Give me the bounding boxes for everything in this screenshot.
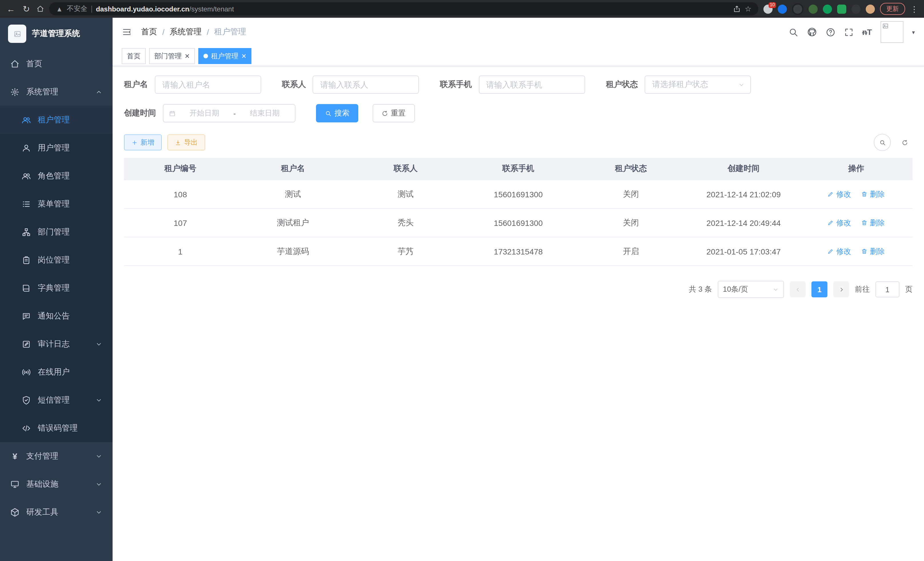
user-avatar[interactable]	[880, 21, 903, 43]
browser-home-icon[interactable]	[37, 5, 44, 13]
font-size-icon[interactable]: ᵰT	[862, 27, 872, 37]
sidebar-toggle-hamburger-icon[interactable]	[122, 27, 132, 37]
pagination: 共 3 条 10条/页 1 前往 页	[124, 281, 913, 298]
list-icon	[22, 199, 31, 208]
home-icon	[10, 59, 20, 68]
sidebar-item-menu-management[interactable]: 菜单管理	[0, 190, 112, 218]
sidebar-item-notice-announcement[interactable]: 通知公告	[0, 302, 112, 330]
pencil-icon	[828, 248, 834, 254]
share-icon[interactable]	[734, 5, 741, 13]
sidebar-item-sms-management[interactable]: 短信管理	[0, 386, 112, 414]
reset-button[interactable]: 重置	[373, 104, 415, 122]
browser-back-icon[interactable]: ←	[6, 4, 16, 14]
sidebar-item-infrastructure[interactable]: 基础设施	[0, 470, 112, 498]
contact-input[interactable]	[313, 75, 419, 94]
security-label: 不安全	[67, 4, 87, 14]
fullscreen-icon[interactable]	[844, 27, 854, 37]
page-size-select[interactable]: 10条/页	[718, 281, 784, 298]
delete-button[interactable]: 删除	[861, 218, 885, 228]
filter-phone: 联系手机	[440, 75, 585, 94]
extension-icon-1[interactable]: 10	[764, 4, 772, 14]
cell-contact: 秃头	[350, 208, 462, 237]
avatar-caret-icon[interactable]: ▾	[912, 29, 915, 35]
page-number-button[interactable]: 1	[812, 281, 827, 297]
address-bar[interactable]: ▲︎ 不安全 dashboard.yudao.iocoder.cn/system…	[49, 2, 758, 15]
app-logo[interactable]: 芋道管理系统	[0, 18, 112, 50]
bookmark-star-icon[interactable]: ☆	[745, 5, 752, 13]
refresh-table-button[interactable]	[897, 134, 913, 150]
cell-tenant-name: 测试	[237, 180, 349, 208]
breadcrumb-item[interactable]: 首页	[141, 27, 157, 37]
sidebar-item-label: 部门管理	[38, 227, 70, 237]
sidebar-item-home[interactable]: 首页	[0, 50, 112, 78]
sidebar-item-online-users[interactable]: 在线用户	[0, 358, 112, 386]
sidebar-item-error-code-management[interactable]: 错误码管理	[0, 414, 112, 442]
org-tree-icon	[22, 227, 31, 236]
field-label: 租户状态	[606, 80, 638, 90]
toggle-search-button[interactable]	[874, 134, 891, 151]
extension-icon-2[interactable]	[778, 4, 787, 14]
status-select[interactable]: 请选择租户状态	[645, 75, 751, 94]
sidebar-item-payment-management[interactable]: ¥ 支付管理	[0, 442, 112, 470]
extension-icon-3[interactable]	[792, 3, 803, 15]
browser-update-button[interactable]: 更新	[880, 3, 905, 15]
sidebar-item-label: 首页	[26, 59, 42, 69]
column-header: 联系手机	[462, 158, 574, 180]
sidebar-item-label: 短信管理	[38, 395, 70, 405]
sidebar-item-position-management[interactable]: 岗位管理	[0, 246, 112, 274]
chevron-down-icon	[95, 509, 102, 516]
user-icon	[22, 143, 31, 152]
end-date-placeholder[interactable]: 结束日期	[240, 108, 289, 118]
close-icon[interactable]: ✕	[241, 53, 246, 59]
search-icon[interactable]	[789, 27, 798, 37]
sidebar-item-tenant-management[interactable]: 租户管理	[0, 106, 112, 134]
browser-reload-icon[interactable]: ↻	[21, 4, 32, 14]
browser-profile-avatar[interactable]	[866, 4, 875, 14]
add-button[interactable]: 新增	[124, 134, 162, 150]
phone-input[interactable]	[479, 75, 585, 94]
chevron-down-icon	[95, 453, 102, 459]
close-icon[interactable]: ✕	[184, 53, 190, 59]
not-secure-warning-icon[interactable]: ▲︎	[56, 5, 63, 13]
github-icon[interactable]	[807, 27, 817, 37]
extensions-puzzle-icon[interactable]	[851, 4, 861, 14]
sidebar-item-dictionary-management[interactable]: 字典管理	[0, 274, 112, 302]
start-date-placeholder[interactable]: 开始日期	[180, 108, 229, 118]
tab-department-management[interactable]: 部门管理 ✕	[149, 48, 195, 64]
cell-tenant-id: 107	[124, 208, 237, 237]
tenant-name-input[interactable]	[155, 75, 261, 94]
edit-button[interactable]: 修改	[828, 246, 851, 256]
search-button[interactable]: 搜索	[316, 104, 358, 122]
delete-button[interactable]: 删除	[861, 246, 885, 256]
breadcrumb-separator: /	[207, 27, 209, 37]
chevron-down-icon	[95, 341, 102, 347]
sidebar-item-user-management[interactable]: 用户管理	[0, 134, 112, 162]
extension-icon-5[interactable]	[823, 4, 832, 14]
prev-page-button[interactable]	[790, 281, 806, 297]
tab-home[interactable]: 首页	[122, 48, 146, 64]
extension-icon-4[interactable]	[808, 4, 818, 14]
extension-icon-6[interactable]	[837, 4, 846, 14]
sidebar-item-audit-log[interactable]: 审计日志	[0, 330, 112, 358]
edit-button[interactable]: 修改	[828, 189, 851, 199]
sidebar-item-label: 审计日志	[38, 339, 70, 349]
sidebar-item-dev-tools[interactable]: 研发工具	[0, 498, 112, 526]
sidebar-item-department-management[interactable]: 部门管理	[0, 218, 112, 246]
date-range-picker[interactable]: 开始日期 - 结束日期	[163, 104, 296, 122]
breadcrumb-item[interactable]: 系统管理	[170, 27, 202, 37]
tab-tenant-management[interactable]: 租户管理 ✕	[198, 48, 251, 64]
column-header: 租户编号	[124, 158, 237, 180]
goto-page-input[interactable]	[875, 281, 899, 297]
edit-button[interactable]: 修改	[828, 218, 851, 228]
sidebar-item-role-management[interactable]: 角色管理	[0, 162, 112, 190]
export-button[interactable]: 导出	[167, 134, 205, 150]
sidebar-item-label: 岗位管理	[38, 255, 70, 265]
next-page-button[interactable]	[833, 281, 849, 297]
delete-button[interactable]: 删除	[861, 189, 885, 199]
browser-menu-icon[interactable]: ⋮	[910, 4, 918, 14]
total-count: 共 3 条	[689, 284, 712, 295]
tab-label: 租户管理	[211, 51, 238, 61]
sidebar-item-system-management[interactable]: 系统管理	[0, 78, 112, 106]
sidebar-item-label: 菜单管理	[38, 199, 70, 209]
help-icon[interactable]	[826, 27, 836, 37]
